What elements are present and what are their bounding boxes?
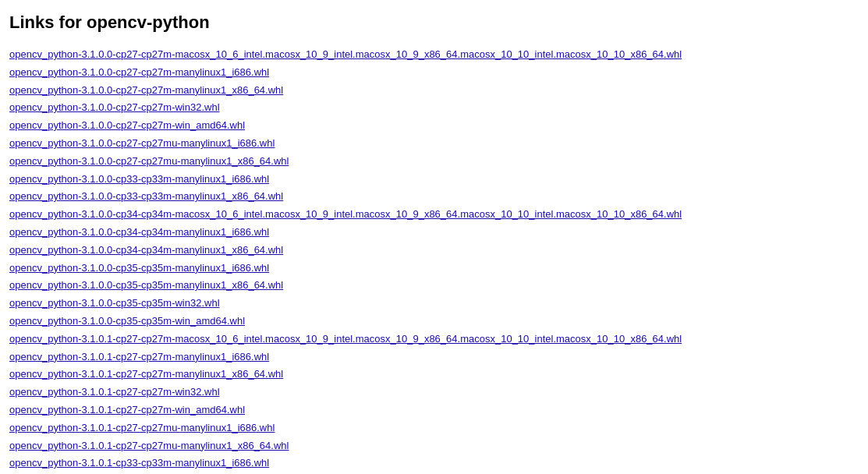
list-item[interactable]: opencv_python-3.1.0.1-cp27-cp27mu-manyli… xyxy=(9,420,859,437)
list-item[interactable]: opencv_python-3.1.0.0-cp27-cp27m-win32.w… xyxy=(9,100,859,116)
list-item[interactable]: opencv_python-3.1.0.0-cp34-cp34m-manylin… xyxy=(9,225,859,241)
list-item[interactable]: opencv_python-3.1.0.1-cp27-cp27m-manylin… xyxy=(9,349,859,366)
list-item[interactable]: opencv_python-3.1.0.1-cp27-cp27m-macosx_… xyxy=(9,331,859,348)
list-item[interactable]: opencv_python-3.1.0.0-cp27-cp27m-win_amd… xyxy=(9,118,859,134)
list-item[interactable]: opencv_python-3.1.0.1-cp27-cp27m-win_amd… xyxy=(9,402,859,419)
list-item[interactable]: opencv_python-3.1.0.0-cp27-cp27m-macosx_… xyxy=(9,47,859,63)
list-item[interactable]: opencv_python-3.1.0.0-cp35-cp35m-win32.w… xyxy=(9,295,859,312)
list-item[interactable]: opencv_python-3.1.0.0-cp27-cp27m-manylin… xyxy=(9,83,859,99)
list-item[interactable]: opencv_python-3.1.0.0-cp33-cp33m-manylin… xyxy=(9,172,859,188)
list-item[interactable]: opencv_python-3.1.0.0-cp35-cp35m-manylin… xyxy=(9,260,859,277)
list-item[interactable]: opencv_python-3.1.0.0-cp34-cp34m-macosx_… xyxy=(9,207,859,223)
list-item[interactable]: opencv_python-3.1.0.0-cp33-cp33m-manylin… xyxy=(9,189,859,205)
list-item[interactable]: opencv_python-3.1.0.0-cp34-cp34m-manylin… xyxy=(9,242,859,259)
list-item[interactable]: opencv_python-3.1.0.0-cp35-cp35m-manylin… xyxy=(9,278,859,294)
list-item[interactable]: opencv_python-3.1.0.0-cp35-cp35m-win_amd… xyxy=(9,313,859,330)
list-item[interactable]: opencv_python-3.1.0.0-cp27-cp27mu-manyli… xyxy=(9,136,859,152)
page-title: Links for opencv-python xyxy=(9,12,859,33)
list-item[interactable]: opencv_python-3.1.0.0-cp27-cp27m-manylin… xyxy=(9,65,859,81)
link-list: opencv_python-3.1.0.0-cp27-cp27m-macosx_… xyxy=(9,47,859,474)
list-item[interactable]: opencv_python-3.1.0.1-cp27-cp27m-win32.w… xyxy=(9,384,859,401)
list-item[interactable]: opencv_python-3.1.0.1-cp27-cp27m-manylin… xyxy=(9,366,859,383)
list-item[interactable]: opencv_python-3.1.0.1-cp27-cp27mu-manyli… xyxy=(9,438,859,455)
list-item[interactable]: opencv_python-3.1.0.1-cp33-cp33m-manylin… xyxy=(9,455,859,472)
list-item[interactable]: opencv_python-3.1.0.0-cp27-cp27mu-manyli… xyxy=(9,154,859,170)
